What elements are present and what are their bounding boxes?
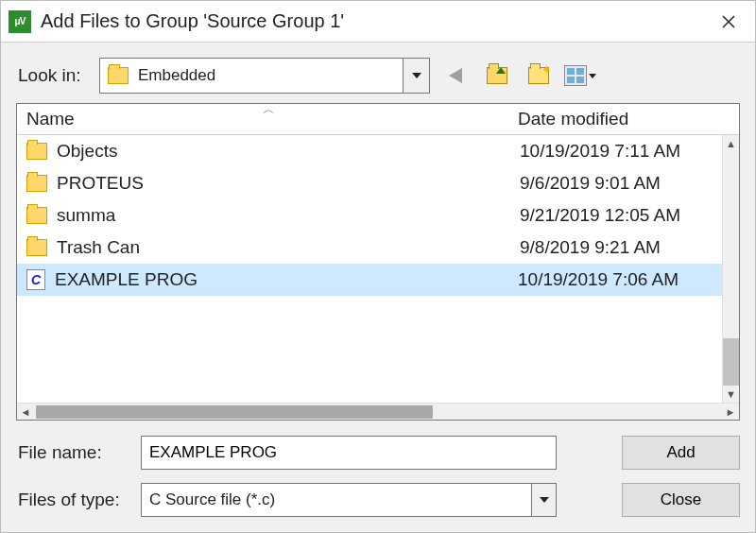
folder-icon (26, 175, 47, 192)
files-of-type-label: Files of type: (18, 490, 141, 510)
scrollbar-thumb[interactable] (723, 338, 739, 386)
dropdown-icon[interactable] (403, 59, 429, 93)
view-menu-button[interactable] (564, 60, 596, 92)
add-button[interactable]: Add (622, 436, 740, 470)
folder-icon (108, 67, 129, 84)
close-button[interactable]: Close (622, 483, 740, 517)
back-button[interactable] (439, 60, 472, 92)
form-area: File name: Add Files of type: C Source f… (1, 426, 755, 532)
dropdown-icon[interactable] (531, 484, 556, 516)
look-in-label: Look in: (18, 65, 90, 86)
look-in-row: Look in: Embedded ✦ (1, 43, 755, 103)
file-name-input[interactable] (141, 436, 557, 470)
file-row[interactable]: summa9/21/2019 12:05 AM (17, 199, 739, 232)
file-date: 9/21/2019 12:05 AM (520, 205, 739, 226)
column-header-date[interactable]: Date modified (518, 109, 739, 129)
window-title: Add Files to Group 'Source Group 1' (41, 10, 708, 32)
scrollbar-thumb[interactable] (36, 405, 433, 419)
file-name: Objects (57, 141, 520, 162)
file-date: 9/6/2019 9:01 AM (520, 173, 739, 194)
chevron-down-icon (589, 74, 596, 78)
scroll-right-icon[interactable]: ► (722, 404, 739, 421)
sort-indicator-icon: ︿ (263, 103, 275, 118)
horizontal-scrollbar[interactable]: ◄ ► (17, 403, 739, 420)
close-icon[interactable] (708, 1, 749, 43)
new-folder-button[interactable]: ✦ (523, 60, 555, 92)
file-list-pane: ︿ Name Date modified Objects10/19/2019 7… (16, 103, 740, 421)
folder-icon (26, 239, 47, 256)
file-name: Trash Can (57, 237, 520, 258)
vertical-scrollbar[interactable]: ▲ ▼ (722, 135, 739, 403)
file-date: 9/8/2019 9:21 AM (520, 237, 739, 258)
folder-icon (26, 143, 47, 160)
scroll-down-icon[interactable]: ▼ (723, 386, 739, 403)
file-list-body[interactable]: Objects10/19/2019 7:11 AMPROTEUS9/6/2019… (17, 135, 739, 403)
file-name: EXAMPLE PROG (55, 269, 518, 290)
file-row[interactable]: PROTEUS9/6/2019 9:01 AM (17, 167, 739, 199)
look-in-value: Embedded (138, 66, 215, 85)
file-name-label: File name: (18, 442, 141, 463)
new-folder-icon: ✦ (528, 67, 549, 84)
file-list-header[interactable]: ︿ Name Date modified (17, 104, 739, 135)
up-folder-icon (487, 67, 507, 84)
files-of-type-combo[interactable]: C Source file (*.c) (141, 483, 557, 517)
file-row[interactable]: Trash Can9/8/2019 9:21 AM (17, 232, 739, 264)
add-files-dialog: μV Add Files to Group 'Source Group 1' L… (0, 0, 756, 533)
file-date: 10/19/2019 7:06 AM (518, 269, 739, 290)
title-bar: μV Add Files to Group 'Source Group 1' (1, 1, 755, 43)
files-of-type-value: C Source file (*.c) (149, 490, 275, 509)
look-in-combo[interactable]: Embedded (99, 58, 430, 94)
file-name: PROTEUS (57, 173, 520, 194)
file-date: 10/19/2019 7:11 AM (520, 141, 739, 162)
folder-icon (26, 207, 47, 224)
scroll-left-icon[interactable]: ◄ (17, 404, 34, 421)
scroll-up-icon[interactable]: ▲ (723, 135, 739, 152)
file-row[interactable]: Objects10/19/2019 7:11 AM (17, 135, 739, 167)
file-row[interactable]: EXAMPLE PROG10/19/2019 7:06 AM (17, 264, 739, 296)
c-file-icon (26, 269, 45, 290)
file-name: summa (57, 205, 520, 226)
up-one-level-button[interactable] (481, 60, 513, 92)
app-icon: μV (9, 10, 31, 33)
arrow-left-icon (449, 68, 462, 83)
view-grid-icon (564, 65, 587, 86)
